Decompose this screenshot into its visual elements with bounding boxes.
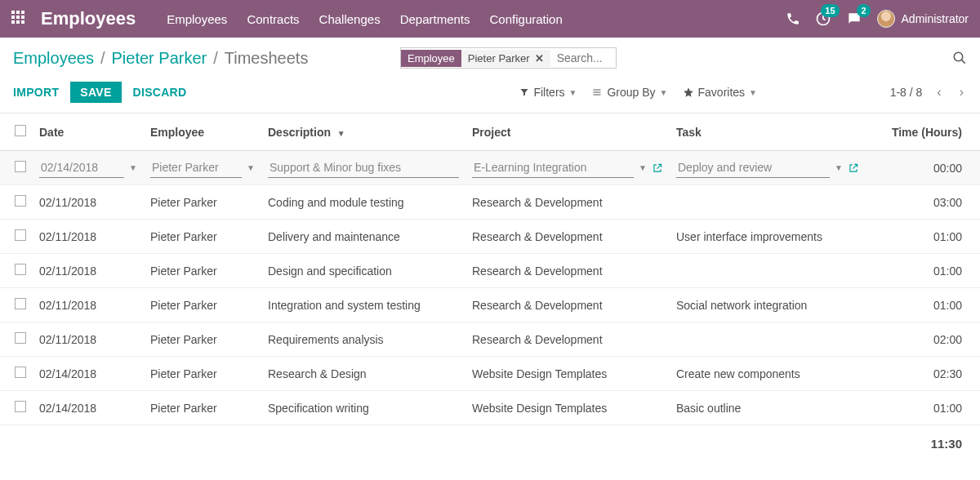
favorites-label: Favorites bbox=[698, 86, 746, 99]
phone-icon[interactable] bbox=[786, 11, 800, 26]
user-menu[interactable]: Administrator bbox=[877, 10, 969, 28]
save-button[interactable]: SAVE bbox=[70, 82, 121, 103]
pager-prev[interactable]: ‹ bbox=[933, 85, 944, 100]
cell-project: Website Design Templates bbox=[466, 391, 670, 425]
col-date[interactable]: Date bbox=[33, 113, 144, 151]
edit-task-input[interactable] bbox=[676, 158, 830, 178]
search-box: Employee Pieter Parker ✕ bbox=[400, 47, 967, 69]
search-inner[interactable]: Employee Pieter Parker ✕ bbox=[400, 47, 617, 69]
dropdown-icon[interactable]: ▼ bbox=[835, 163, 843, 172]
nav-contracts[interactable]: Contracts bbox=[247, 12, 299, 26]
discard-button[interactable]: DISCARD bbox=[133, 86, 187, 99]
cell-time: 01:00 bbox=[866, 391, 980, 425]
nav-configuration[interactable]: Configuration bbox=[490, 12, 563, 26]
dropdown-icon[interactable]: ▼ bbox=[247, 163, 255, 172]
col-task[interactable]: Task bbox=[670, 113, 866, 151]
row-checkbox[interactable] bbox=[15, 229, 26, 241]
row-checkbox[interactable] bbox=[15, 298, 26, 309]
select-all-checkbox[interactable] bbox=[15, 125, 26, 136]
edit-employee-input[interactable] bbox=[150, 158, 242, 178]
breadcrumb-sep: / bbox=[213, 49, 218, 68]
timesheets-table: Date Employee Description ▼ Project Task… bbox=[0, 113, 980, 425]
edit-project-input[interactable] bbox=[472, 158, 634, 178]
messages-badge: 2 bbox=[857, 4, 870, 17]
cell-task: Basic outline bbox=[670, 391, 866, 425]
cell-project: Research & Development bbox=[466, 254, 670, 288]
dropdown-icon[interactable]: ▼ bbox=[129, 163, 137, 172]
table-row[interactable]: 02/14/2018Pieter ParkerResearch & Design… bbox=[0, 357, 980, 391]
cell-date: 02/14/2018 bbox=[33, 357, 144, 391]
filters-dropdown[interactable]: Filters ▼ bbox=[519, 86, 577, 99]
cell-time: 02:00 bbox=[866, 322, 980, 357]
apps-icon[interactable] bbox=[11, 11, 28, 27]
col-project[interactable]: Project bbox=[466, 113, 670, 151]
breadcrumb-employees[interactable]: Employees bbox=[13, 49, 94, 68]
search-input[interactable] bbox=[550, 48, 616, 68]
cell-time: 01:00 bbox=[866, 254, 980, 288]
cell-time: 02:30 bbox=[866, 357, 980, 391]
row-checkbox[interactable] bbox=[15, 367, 26, 378]
cell-employee: Pieter Parker bbox=[144, 322, 261, 357]
cell-time: 01:00 bbox=[866, 288, 980, 322]
edit-time[interactable]: 00:00 bbox=[933, 162, 962, 175]
table-row[interactable]: 02/11/2018Pieter ParkerDelivery and main… bbox=[0, 220, 980, 254]
cell-task bbox=[670, 185, 866, 220]
messages-icon[interactable]: 2 bbox=[846, 11, 862, 27]
edit-description-input[interactable] bbox=[268, 158, 459, 178]
col-description[interactable]: Description ▼ bbox=[261, 113, 466, 151]
cell-description: Design and specification bbox=[261, 254, 466, 288]
table-row[interactable]: 02/11/2018Pieter ParkerIntegration and s… bbox=[0, 288, 980, 322]
row-checkbox[interactable] bbox=[15, 401, 26, 412]
table-row[interactable]: 02/14/2018Pieter ParkerSpecification wri… bbox=[0, 391, 980, 425]
table-row[interactable]: 02/11/2018Pieter ParkerRequirements anal… bbox=[0, 322, 980, 357]
total-time: 11:30 bbox=[0, 425, 980, 462]
table-row[interactable]: 02/11/2018Pieter ParkerCoding and module… bbox=[0, 185, 980, 220]
cell-description: Integration and system testing bbox=[261, 288, 466, 322]
import-button[interactable]: IMPORT bbox=[13, 86, 59, 99]
star-icon bbox=[683, 87, 694, 98]
breadcrumb-employee[interactable]: Pieter Parker bbox=[112, 49, 207, 68]
nav-employees[interactable]: Employees bbox=[167, 12, 227, 26]
search-icon[interactable] bbox=[952, 51, 967, 65]
cell-project: Research & Development bbox=[466, 322, 670, 357]
external-link-icon[interactable] bbox=[848, 162, 859, 174]
nav-departments[interactable]: Departments bbox=[400, 12, 470, 26]
edit-date-input[interactable] bbox=[39, 158, 124, 178]
row-checkbox[interactable] bbox=[15, 332, 26, 344]
search-facet: Employee Pieter Parker ✕ bbox=[401, 50, 550, 67]
dropdown-icon[interactable]: ▼ bbox=[639, 163, 647, 172]
cell-task: Social network integration bbox=[670, 288, 866, 322]
facet-remove-icon[interactable]: ✕ bbox=[535, 52, 544, 64]
cell-time: 01:00 bbox=[866, 220, 980, 254]
groupby-dropdown[interactable]: Group By ▼ bbox=[591, 86, 667, 99]
activities-icon[interactable]: 15 bbox=[815, 11, 831, 27]
pager: 1-8 / 8 ‹ › bbox=[890, 85, 967, 100]
external-link-icon[interactable] bbox=[652, 162, 663, 174]
cell-time: 03:00 bbox=[866, 185, 980, 220]
funnel-icon bbox=[519, 87, 529, 97]
cell-project: Website Design Templates bbox=[466, 357, 670, 391]
topbar: Employees Employees Contracts Challenges… bbox=[0, 0, 980, 38]
top-nav: Employees Contracts Challenges Departmen… bbox=[167, 12, 563, 26]
col-time[interactable]: Time (Hours) bbox=[866, 113, 980, 151]
groupby-label: Group By bbox=[607, 86, 655, 99]
cell-task bbox=[670, 322, 866, 357]
cell-date: 02/11/2018 bbox=[33, 288, 144, 322]
row-checkbox[interactable] bbox=[15, 195, 26, 207]
app-title: Employees bbox=[41, 8, 136, 29]
cell-employee: Pieter Parker bbox=[144, 357, 261, 391]
avatar bbox=[877, 10, 895, 28]
table-row[interactable]: 02/11/2018Pieter ParkerDesign and specif… bbox=[0, 254, 980, 288]
edit-row: ▼ ▼ ▼ ▼ 00:00 bbox=[0, 151, 980, 185]
pager-next[interactable]: › bbox=[956, 85, 967, 100]
cell-date: 02/11/2018 bbox=[33, 185, 144, 220]
col-employee[interactable]: Employee bbox=[144, 113, 261, 151]
row-checkbox[interactable] bbox=[15, 161, 26, 172]
cell-task: Create new components bbox=[670, 357, 866, 391]
nav-challenges[interactable]: Challenges bbox=[319, 12, 381, 26]
caret-down-icon: ▼ bbox=[569, 88, 577, 97]
row-checkbox[interactable] bbox=[15, 264, 26, 275]
favorites-dropdown[interactable]: Favorites ▼ bbox=[683, 86, 757, 99]
controls: Employees / Pieter Parker / Timesheets E… bbox=[0, 38, 980, 113]
cell-employee: Pieter Parker bbox=[144, 220, 261, 254]
